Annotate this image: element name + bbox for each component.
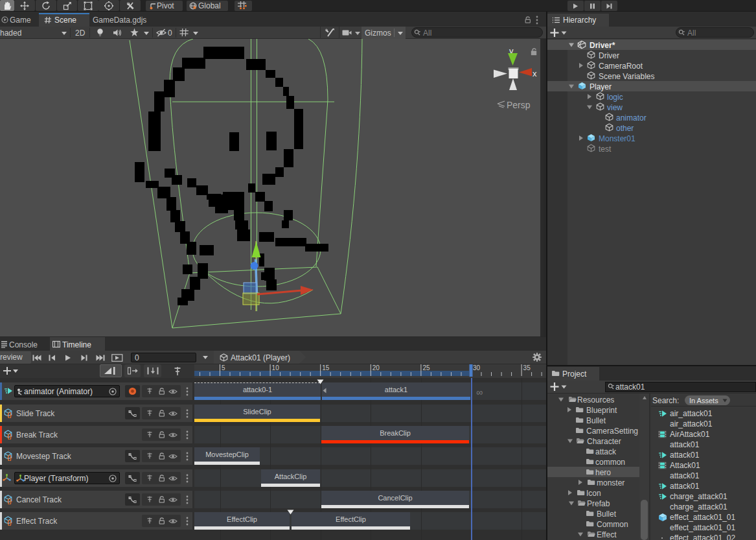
svg-text:35: 35 xyxy=(523,364,531,371)
svg-text:Persp: Persp xyxy=(507,100,531,110)
svg-text:10: 10 xyxy=(272,364,280,371)
svg-text:x: x xyxy=(533,69,537,78)
svg-text:25: 25 xyxy=(422,364,430,371)
svg-text:30: 30 xyxy=(473,364,481,371)
svg-text:15: 15 xyxy=(322,364,330,371)
svg-text:5: 5 xyxy=(222,364,225,371)
svg-text:20: 20 xyxy=(372,364,380,371)
